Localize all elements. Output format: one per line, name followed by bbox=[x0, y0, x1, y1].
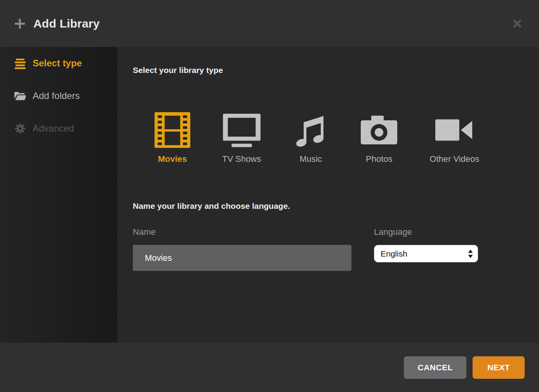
dialog-body: Select type Add folders bbox=[0, 47, 539, 343]
sidebar-item-label: Advanced bbox=[33, 123, 74, 134]
camera-icon bbox=[360, 115, 398, 145]
library-name-input[interactable] bbox=[133, 245, 351, 271]
type-option-photos[interactable]: Photos bbox=[360, 111, 398, 164]
plus-icon bbox=[14, 18, 26, 29]
type-option-label: Other Videos bbox=[429, 154, 479, 164]
type-option-music[interactable]: Music bbox=[293, 111, 329, 164]
type-option-label: Photos bbox=[366, 154, 393, 164]
type-option-label: Movies bbox=[158, 154, 187, 164]
gear-icon bbox=[14, 122, 26, 135]
sidebar-item-select-type[interactable]: Select type bbox=[0, 53, 117, 73]
type-option-other-videos[interactable]: Other Videos bbox=[429, 111, 479, 164]
sidebar-item-advanced: Advanced bbox=[0, 118, 117, 139]
name-language-heading: Name your library and choose language. bbox=[133, 201, 539, 211]
sidebar-item-label: Add folders bbox=[33, 90, 80, 101]
video-camera-icon bbox=[435, 118, 473, 142]
library-type-heading: Select your library type bbox=[133, 66, 539, 75]
language-field-label: Language bbox=[374, 227, 478, 237]
name-language-form: Name Language English bbox=[133, 227, 539, 271]
wizard-steps-sidebar: Select type Add folders bbox=[0, 47, 117, 343]
library-type-picker: Movies TV Shows bbox=[155, 111, 539, 164]
dialog-header: Add Library bbox=[0, 0, 539, 47]
tv-icon bbox=[223, 113, 261, 147]
add-library-dialog: Add Library Select type bbox=[0, 0, 539, 392]
film-strip-icon bbox=[155, 112, 190, 148]
close-icon[interactable] bbox=[510, 17, 524, 31]
name-field-label: Name bbox=[133, 227, 351, 237]
language-select-value: English bbox=[381, 249, 468, 258]
list-lines-icon bbox=[14, 57, 26, 69]
type-option-tv-shows[interactable]: TV Shows bbox=[222, 111, 261, 164]
sidebar-item-label: Select type bbox=[33, 58, 82, 69]
dialog-title: Add Library bbox=[33, 17, 100, 30]
dialog-footer: CANCEL NEXT bbox=[0, 343, 539, 392]
type-option-label: Music bbox=[300, 154, 322, 164]
music-note-icon bbox=[293, 112, 329, 148]
select-spinner-icon bbox=[468, 249, 473, 258]
folder-open-icon bbox=[14, 90, 26, 102]
type-option-label: TV Shows bbox=[222, 154, 261, 164]
wizard-step-content: Select your library type bbox=[117, 47, 539, 343]
next-button[interactable]: NEXT bbox=[473, 356, 525, 379]
type-option-movies[interactable]: Movies bbox=[155, 111, 190, 164]
language-select[interactable]: English bbox=[374, 245, 478, 262]
cancel-button[interactable]: CANCEL bbox=[404, 356, 466, 379]
sidebar-item-add-folders[interactable]: Add folders bbox=[0, 86, 117, 106]
